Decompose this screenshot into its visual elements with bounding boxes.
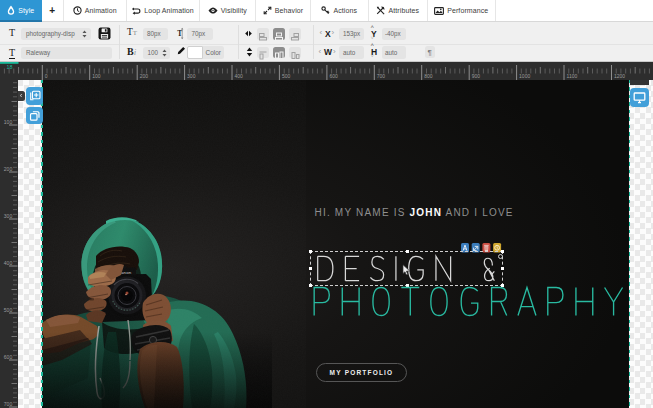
svg-text:T: T [177,28,182,37]
svg-text:400: 400 [4,260,13,266]
svg-text:200: 200 [4,166,13,172]
svg-text:800: 800 [424,73,433,79]
svg-text:900: 900 [472,73,481,79]
svg-text:18: 18 [7,64,13,70]
svg-text:300: 300 [187,73,196,79]
svg-text:200: 200 [140,73,149,79]
svg-text:500: 500 [282,73,291,79]
svg-text:300: 300 [4,213,13,219]
svg-text:700: 700 [377,73,386,79]
svg-text:0: 0 [45,73,48,79]
svg-text:500: 500 [4,307,13,313]
svg-text:1100: 1100 [567,73,578,79]
svg-text:1200: 1200 [614,73,625,79]
svg-text:100: 100 [92,73,101,79]
svg-text:600: 600 [4,354,13,360]
svg-text:100: 100 [4,119,13,125]
svg-text:700: 700 [4,401,13,407]
svg-text:1000: 1000 [519,73,530,79]
svg-text:400: 400 [235,73,244,79]
svg-text:600: 600 [329,73,338,79]
